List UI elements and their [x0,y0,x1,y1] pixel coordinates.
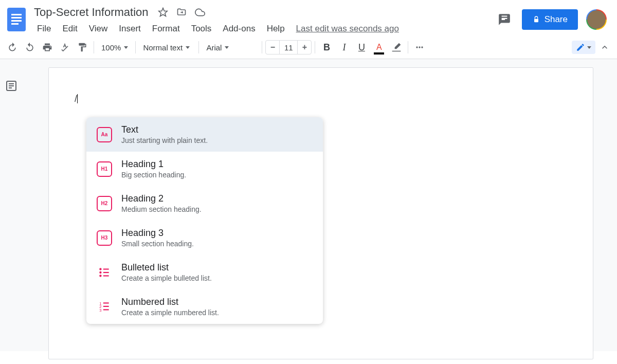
menu-format[interactable]: Format [147,22,185,36]
move-folder-icon[interactable] [175,6,188,19]
popup-item-heading-2[interactable]: H2Heading 2Medium section heading. [86,186,323,221]
toolbar: 100% Normal text Arial − + B I U A [0,36,617,59]
font-size-increase[interactable]: + [298,41,311,54]
spellcheck-icon[interactable] [57,39,73,56]
title-area: Top-Secret Information File Edit View In… [32,4,495,36]
text-cursor [77,94,78,103]
svg-rect-15 [103,268,109,269]
svg-rect-19 [103,275,109,276]
popup-item-heading-1[interactable]: H1Heading 1Big section heading. [86,152,323,186]
svg-rect-0 [7,8,26,31]
toolbar-separator [135,41,136,53]
docs-logo-icon[interactable] [6,6,27,33]
print-icon[interactable] [39,39,56,56]
chevron-down-icon [587,46,591,49]
popup-item-title: Bulleted list [121,262,313,273]
bold-icon[interactable]: B [318,39,335,56]
more-icon[interactable] [411,39,428,56]
svg-rect-3 [11,20,22,22]
popup-item-title: Heading 3 [121,228,313,239]
toolbar-separator [408,41,408,53]
zoom-dropdown[interactable]: 100% [97,39,132,56]
h1-icon: H1 [97,161,112,177]
toolbar-separator [315,41,315,53]
svg-rect-21 [103,302,109,303]
document-title[interactable]: Top-Secret Information [32,5,151,20]
menu-addons[interactable]: Add-ons [217,22,260,36]
svg-point-14 [99,268,101,270]
svg-rect-6 [534,19,538,23]
popup-item-title: Numbered list [121,297,313,307]
aa-icon: Aa [97,127,112,142]
title-row: Top-Secret Information [32,4,495,21]
svg-point-8 [419,46,421,48]
cloud-status-icon[interactable] [194,6,206,19]
popup-item-numbered-list[interactable]: 123Numbered listCreate a simple numbered… [86,289,323,324]
menubar: File Edit View Insert Format Tools Add-o… [32,22,495,36]
svg-rect-1 [11,14,22,15]
svg-rect-2 [11,17,22,19]
toolbar-separator [198,41,199,53]
chevron-down-icon [225,46,229,49]
svg-rect-25 [103,309,109,310]
menu-file[interactable]: File [32,22,56,36]
menu-insert[interactable]: Insert [114,22,146,36]
undo-icon[interactable] [4,39,21,56]
header-actions: Share [495,4,611,30]
svg-text:3: 3 [99,307,101,312]
popup-item-desc: Small section heading. [121,240,313,248]
svg-rect-23 [103,305,109,306]
user-avatar[interactable] [586,9,607,30]
numbered-list-icon: 123 [97,299,112,315]
popup-item-desc: Create a simple bulleted list. [121,274,313,282]
h3-icon: H3 [97,230,112,246]
font-dropdown[interactable]: Arial [202,39,259,56]
share-button[interactable]: Share [522,9,578,30]
menu-edit[interactable]: Edit [57,22,82,36]
h2-icon: H2 [97,196,112,211]
popup-item-title: Text [121,124,313,135]
popup-item-desc: Create a simple numbered list. [121,308,313,317]
paint-format-icon[interactable] [74,39,90,56]
font-size-input[interactable] [279,41,298,54]
popup-item-heading-3[interactable]: H3Heading 3Small section heading. [86,221,323,255]
svg-marker-5 [158,8,167,16]
slash-command-popup: AaTextJust starting with plain text.H1He… [86,117,323,324]
chevron-down-icon [186,46,190,49]
svg-rect-4 [11,23,19,25]
underline-icon[interactable]: U [353,39,370,56]
star-icon[interactable] [157,6,169,19]
comments-icon[interactable] [495,10,514,29]
svg-point-16 [99,271,101,273]
menu-view[interactable]: View [84,22,113,36]
popup-item-desc: Just starting with plain text. [121,136,313,144]
toolbar-separator [262,41,262,53]
popup-item-text[interactable]: AaTextJust starting with plain text. [86,117,323,152]
editing-mode-dropdown[interactable] [572,41,595,54]
font-size-decrease[interactable]: − [266,41,279,54]
italic-icon[interactable]: I [336,39,352,56]
popup-item-desc: Big section heading. [121,171,313,179]
collapse-toolbar-icon[interactable] [596,39,613,56]
svg-point-18 [99,275,101,277]
popup-item-bulleted-list[interactable]: Bulleted listCreate a simple bulleted li… [86,255,323,289]
text-color-icon[interactable]: A [371,39,387,56]
toolbar-separator [94,41,94,53]
svg-rect-17 [103,271,109,272]
svg-point-7 [416,46,418,48]
font-size-group: − + [265,40,312,54]
svg-point-9 [422,46,423,48]
last-edit-link[interactable]: Last edit was seconds ago [291,22,404,36]
popup-item-desc: Medium section heading. [121,205,313,213]
menu-tools[interactable]: Tools [186,22,217,36]
menu-help[interactable]: Help [262,22,290,36]
style-dropdown[interactable]: Normal text [139,39,195,56]
popup-item-title: Heading 2 [121,193,313,204]
highlight-icon[interactable] [388,39,405,56]
popup-item-title: Heading 1 [121,159,313,170]
bulleted-list-icon [97,265,112,280]
outline-sidebar [0,59,25,351]
app-header: Top-Secret Information File Edit View In… [0,0,617,36]
outline-icon[interactable] [5,80,20,94]
redo-icon[interactable] [22,39,38,56]
